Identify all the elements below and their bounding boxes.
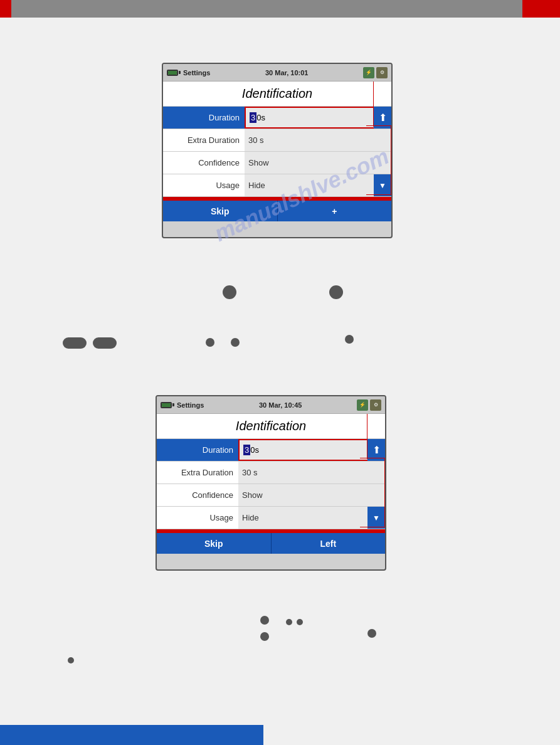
extra-duration-value-1: 30 s	[245, 129, 391, 151]
confidence-label-2: Confidence	[157, 490, 238, 500]
dot-2	[329, 285, 343, 299]
red-line-v-2	[367, 414, 367, 459]
dot-5	[345, 335, 354, 344]
top-red-accent	[0, 0, 11, 18]
dot-4	[231, 338, 240, 347]
statusbar-1: Settings 30 Mar, 10:01 ⚡ ⚙	[163, 64, 391, 82]
bottom-blue-bar	[0, 725, 263, 745]
extra-duration-row-1[interactable]: Extra Duration 30 s	[163, 129, 391, 152]
skip-button-1[interactable]: Skip	[163, 201, 278, 221]
panel1-actions: Skip +	[163, 199, 391, 221]
extra-duration-value-2: 30 s	[238, 462, 385, 483]
usage-value-2: Hide	[238, 507, 385, 529]
settings-icon-2: ⚙	[370, 399, 381, 411]
red-line-v-right-1	[391, 125, 391, 195]
dot-7	[286, 619, 292, 625]
usage-dropdown-2[interactable]: ▼	[367, 507, 385, 529]
extra-duration-label-1: Extra Duration	[163, 135, 245, 145]
red-line-v-right-2	[384, 458, 385, 527]
duration-selected-1: 3	[250, 112, 256, 123]
duration-label-2: Duration	[157, 445, 238, 455]
red-line-v-1	[373, 82, 374, 127]
duration-rest-1: 0s	[256, 113, 265, 122]
dot-8	[297, 619, 303, 625]
battery-icon-1	[167, 70, 181, 76]
duration-rest-2: 0s	[250, 445, 259, 455]
pill-1	[63, 337, 87, 349]
confidence-label-1: Confidence	[163, 158, 245, 167]
panel1-rows: Duration 30s ⬆ Extra Duration 30 s Confi…	[163, 107, 391, 197]
status-icons-2: ⚡ ⚙	[357, 399, 381, 411]
usage-row-2[interactable]: Usage Hide ▼	[157, 507, 385, 529]
duration-row-1[interactable]: Duration 30s ⬆	[163, 107, 391, 129]
dot-3	[206, 338, 214, 347]
red-line-h-3	[360, 458, 385, 458]
panel2-title: Identification	[157, 414, 385, 439]
dot-6	[260, 616, 269, 625]
dot-11	[68, 657, 74, 663]
duration-label-1: Duration	[163, 113, 245, 122]
statusbar-2: Settings 30 Mar, 10:45 ⚡ ⚙	[157, 396, 385, 414]
status-left-2: Settings	[161, 401, 204, 409]
duration-row-2[interactable]: Duration 30s ⬆	[157, 439, 385, 462]
usage-value-1: Hide	[245, 174, 391, 196]
top-right-red	[522, 0, 560, 18]
dot-1	[223, 285, 236, 299]
wifi-icon-2: ⚡	[357, 399, 368, 411]
status-left-1: Settings	[167, 69, 210, 77]
panel2-rows: Duration 30s ⬆ Extra Duration 30 s Confi…	[157, 439, 385, 529]
confidence-row-2[interactable]: Confidence Show	[157, 484, 385, 507]
extra-duration-label-2: Extra Duration	[157, 468, 238, 477]
left-button-2[interactable]: Left	[272, 533, 386, 554]
usage-row-1[interactable]: Usage Hide ▼	[163, 174, 391, 197]
plus-button-1[interactable]: +	[278, 201, 392, 221]
device-panel-1: Settings 30 Mar, 10:01 ⚡ ⚙ Identificatio…	[162, 63, 393, 238]
red-line-h-1	[366, 125, 391, 126]
settings-label-2: Settings	[177, 401, 204, 409]
status-time-2: 30 Mar, 10:45	[259, 401, 302, 409]
panel1-title: Identification	[163, 82, 391, 107]
settings-label-1: Settings	[183, 69, 210, 77]
duration-selected-2: 3	[243, 445, 250, 455]
dot-9	[260, 632, 269, 641]
battery-icon-2	[161, 402, 174, 408]
skip-button-2[interactable]: Skip	[157, 533, 272, 554]
settings-icon-1: ⚙	[376, 67, 388, 78]
status-icons-1: ⚡ ⚙	[363, 67, 388, 78]
dot-10	[367, 629, 376, 638]
usage-label-1: Usage	[163, 181, 245, 190]
usage-label-2: Usage	[157, 513, 238, 522]
device-panel-2: Settings 30 Mar, 10:45 ⚡ ⚙ Identificatio…	[156, 395, 386, 571]
confidence-row-1[interactable]: Confidence Show	[163, 152, 391, 174]
pill-2	[93, 337, 117, 349]
red-line-h-2	[366, 194, 391, 195]
panel2-actions: Skip Left	[157, 531, 385, 554]
status-time-1: 30 Mar, 10:01	[265, 69, 309, 77]
wifi-icon-1: ⚡	[363, 67, 374, 78]
red-line-h-4	[360, 527, 385, 527]
usage-dropdown-1[interactable]: ▼	[374, 174, 391, 196]
confidence-value-2: Show	[238, 484, 385, 506]
confidence-value-1: Show	[245, 152, 391, 174]
extra-duration-row-2[interactable]: Extra Duration 30 s	[157, 462, 385, 484]
top-gray-bar	[0, 0, 560, 18]
